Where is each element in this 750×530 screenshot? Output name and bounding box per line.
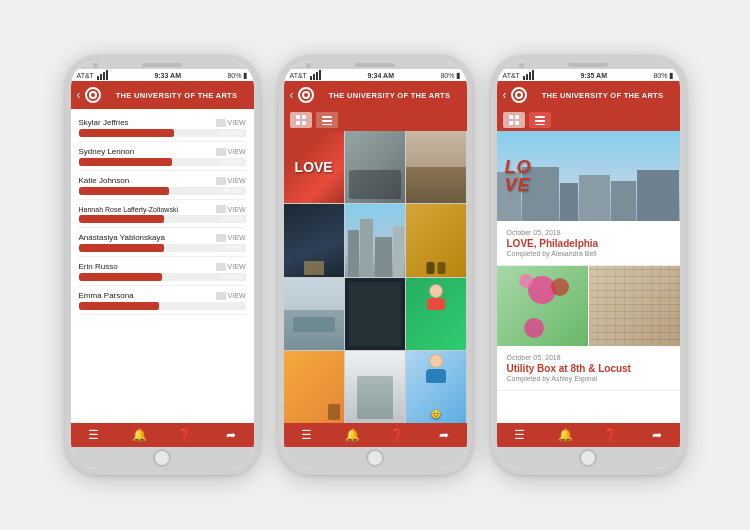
grid-cell-4[interactable] [284, 204, 344, 276]
svg-rect-8 [515, 115, 519, 119]
svg-rect-10 [515, 121, 519, 125]
battery-icon-2: ▮ [456, 71, 460, 80]
back-button-3[interactable]: ‹ [503, 88, 507, 102]
grid-view-btn[interactable] [290, 112, 312, 128]
nav-share-2[interactable]: ➦ [434, 427, 454, 443]
lb-bar-fill-0 [79, 129, 174, 137]
nav-help-3[interactable]: ❓ [601, 427, 621, 443]
lb-bar-fill-6 [79, 302, 159, 310]
home-button-1[interactable] [153, 449, 171, 467]
battery-2: 80% [440, 72, 454, 79]
time-1: 9:33 AM [154, 72, 181, 79]
view-label-5: VIEW [228, 263, 246, 270]
logo-inner-2 [302, 91, 310, 99]
nav-share-1[interactable]: ➦ [221, 427, 241, 443]
nav-help-2[interactable]: ❓ [388, 427, 408, 443]
detail-image-row [497, 266, 680, 346]
view-label-0: VIEW [228, 119, 246, 126]
svg-rect-0 [296, 115, 300, 119]
nav-share-3[interactable]: ➦ [647, 427, 667, 443]
lb-name-0: Skylar Jeffries [79, 118, 129, 127]
detail-title-1: LOVE, Philadelphia [507, 238, 670, 249]
nav-menu-1[interactable]: ☰ [83, 427, 103, 443]
signal-bar [319, 70, 321, 80]
photo-grid: LOVE [284, 131, 467, 423]
phone-camera-3 [519, 63, 524, 68]
grid-cell-9[interactable] [406, 278, 466, 350]
grid-view-btn-3[interactable] [503, 112, 525, 128]
view-icon-6 [216, 292, 226, 300]
grid-cell-3[interactable] [406, 131, 466, 203]
signal-bar [100, 74, 102, 80]
nav-menu-2[interactable]: ☰ [296, 427, 316, 443]
detail-date-2: October 05, 2018 [507, 354, 670, 361]
status-bar-1: AT&T 9:33 AM 80% ▮ [71, 69, 254, 81]
svg-rect-4 [322, 116, 332, 118]
home-button-2[interactable] [366, 449, 384, 467]
lb-view-btn-1[interactable]: VIEW [216, 148, 246, 156]
nav-help-1[interactable]: ❓ [175, 427, 195, 443]
status-right-2: 80% ▮ [440, 71, 460, 80]
view-label-2: VIEW [228, 177, 246, 184]
bottom-nav-3: ☰ 🔔 ❓ ➦ [497, 423, 680, 447]
grid-cell-2[interactable] [345, 131, 405, 203]
status-bar-3: AT&T 9:35 AM 80% ▮ [497, 69, 680, 81]
back-button-2[interactable]: ‹ [290, 88, 294, 102]
lb-view-btn-6[interactable]: VIEW [216, 292, 246, 300]
lb-view-btn-0[interactable]: VIEW [216, 119, 246, 127]
lb-bar-5: 265/525 [79, 273, 246, 281]
grid-cell-6[interactable] [406, 204, 466, 276]
grid-cell-10[interactable] [284, 351, 344, 423]
nav-menu-3[interactable]: ☰ [509, 427, 529, 443]
nav-bell-3[interactable]: 🔔 [555, 427, 575, 443]
grid-cell-8[interactable] [345, 278, 405, 350]
lb-bar-fill-3 [79, 215, 164, 223]
lb-score-5: 265/525 [220, 273, 242, 281]
view-icon-3 [216, 205, 226, 213]
grid-cell-12[interactable]: 😊 [406, 351, 466, 423]
lb-name-1: Sydney Lennon [79, 147, 135, 156]
grid-icon [296, 115, 306, 125]
lb-view-btn-3[interactable]: VIEW [216, 205, 246, 213]
carrier-1: AT&T [77, 72, 94, 79]
phone-speaker-1 [142, 63, 182, 67]
app-title-3: THE UNIVERSITY OF THE ARTS [532, 91, 674, 100]
lb-item-4: Anastasiya Yablonskaya VIEW 270/525 [79, 228, 246, 257]
list-view-btn-3[interactable] [529, 112, 551, 128]
app-header-3: ‹ THE UNIVERSITY OF THE ARTS [497, 81, 680, 109]
phone-speaker-3 [568, 63, 608, 67]
signal-bars-1 [97, 70, 108, 80]
lb-score-0: 300/525 [220, 129, 242, 137]
phone-grid: AT&T 9:34 AM 80% ▮ ‹ [278, 55, 473, 475]
svg-rect-1 [302, 115, 306, 119]
lb-item-header-1: Sydney Lennon VIEW [79, 147, 246, 156]
grid-cell-1[interactable]: LOVE [284, 131, 344, 203]
status-right-3: 80% ▮ [653, 71, 673, 80]
lb-item-0: Skylar Jeffries VIEW 300/525 [79, 113, 246, 142]
lb-view-btn-2[interactable]: VIEW [216, 177, 246, 185]
home-button-3[interactable] [579, 449, 597, 467]
back-button-1[interactable]: ‹ [77, 88, 81, 102]
lb-view-btn-4[interactable]: VIEW [216, 234, 246, 242]
grid-cell-7[interactable] [284, 278, 344, 350]
detail-card-1: October 05, 2018 LOVE, Philadelphia Comp… [497, 221, 680, 266]
battery-3: 80% [653, 72, 667, 79]
nav-bell-2[interactable]: 🔔 [342, 427, 362, 443]
nav-bell-1[interactable]: 🔔 [129, 427, 149, 443]
lb-score-3: 270/525 [220, 215, 242, 223]
phone-detail: AT&T 9:35 AM 80% ▮ ‹ [491, 55, 686, 475]
lb-bar-6 [79, 302, 246, 310]
grid-cell-5[interactable] [345, 204, 405, 276]
lb-score-2: 285/525 [220, 187, 242, 195]
lb-bar-1: 295/525 [79, 158, 246, 166]
status-left-1: AT&T [77, 70, 108, 80]
svg-rect-12 [535, 120, 545, 122]
list-view-btn[interactable] [316, 112, 338, 128]
app-header-2: ‹ THE UNIVERSITY OF THE ARTS [284, 81, 467, 109]
lb-view-btn-5[interactable]: VIEW [216, 263, 246, 271]
svg-rect-6 [322, 124, 332, 125]
view-label-3: VIEW [228, 206, 246, 213]
list-icon [322, 115, 332, 125]
lb-bar-3: 270/525 [79, 215, 246, 223]
grid-cell-11[interactable] [345, 351, 405, 423]
